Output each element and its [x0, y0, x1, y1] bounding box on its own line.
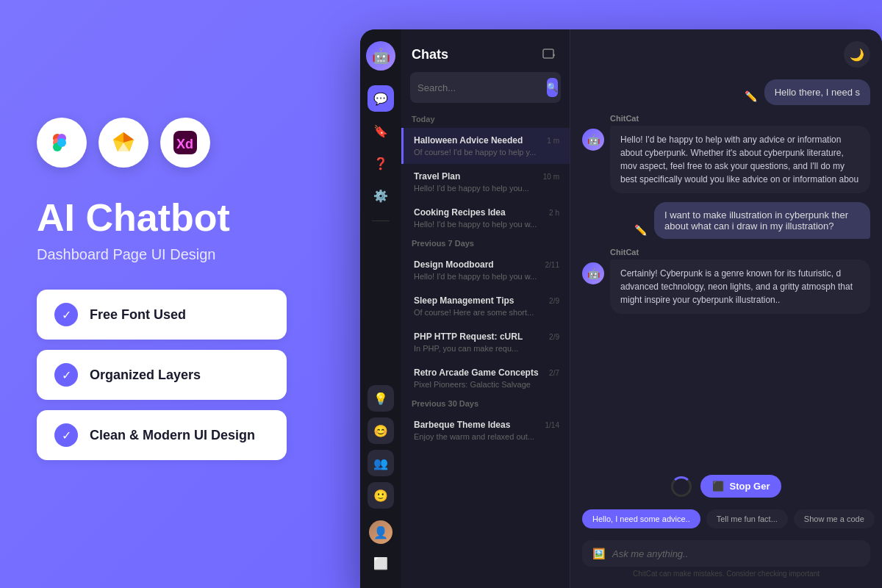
bot-name-1: ChitCat — [610, 114, 870, 123]
bot-avatar-1: 🤖 — [582, 129, 604, 151]
disclaimer-text: ChitCat can make mistakes. Consider chec… — [582, 567, 870, 584]
chat-preview-sleep: Of course! Here are some short... — [414, 308, 559, 317]
edit-icon-2[interactable]: ✏️ — [634, 224, 647, 239]
sketch-icon — [98, 118, 148, 168]
chat-name-halloween: Halloween Advice Needed — [414, 135, 523, 146]
chat-name-cooking: Cooking Recipes Idea — [414, 207, 506, 218]
bot-message-row-1: 🤖 ChitCat Hello! I'd be happy to help wi… — [582, 114, 870, 193]
chat-time-travel: 10 m — [543, 173, 559, 181]
bot-name-2: ChitCat — [610, 248, 870, 257]
stop-gen-button[interactable]: ⬛ Stop Ger — [700, 475, 782, 498]
xd-icon: Xd — [160, 118, 210, 168]
chat-name-sleep: Sleep Management Tips — [414, 295, 514, 306]
chat-item-cooking[interactable]: Cooking Recipes Idea 2 h Hello! I'd be h… — [401, 200, 570, 236]
prev30-label: Previous 30 Days — [401, 396, 570, 412]
chat-name-travel: Travel Plan — [414, 171, 460, 182]
sidebar-group-icon[interactable]: 👥 — [368, 450, 394, 476]
chat-preview-retro: Pixel Pioneers: Galactic Salvage — [414, 380, 559, 389]
chat-item-retro[interactable]: Retro Arcade Game Concepts 2/7 Pixel Pio… — [401, 360, 570, 396]
feature-label-2: Organized Layers — [90, 368, 201, 383]
check-icon-3: ✓ — [54, 423, 78, 447]
quick-actions: Hello, I need some advice.. Tell me fun … — [570, 503, 882, 534]
figma-icon — [37, 118, 87, 168]
bot-avatar-2: 🤖 — [582, 262, 604, 284]
sub-title: Dashboard Page UI Design — [37, 246, 215, 263]
chat-name-retro: Retro Arcade Game Concepts — [414, 368, 539, 378]
chat-preview-cooking: Hello! I'd be happy to help you w... — [414, 220, 559, 229]
svg-text:Xd: Xd — [176, 137, 193, 151]
chat-preview-bbq: Enjoy the warm and relaxed out... — [414, 432, 559, 441]
sidebar-emoji-icon[interactable]: 🙂 — [368, 482, 394, 509]
feature-label-3: Clean & Modern UI Design — [90, 428, 255, 443]
chat-name-design: Design Moodboard — [414, 259, 494, 270]
sidebar-help-icon[interactable]: ❓ — [368, 150, 394, 176]
chat-item-halloween[interactable]: Halloween Advice Needed 1 m Of course! I… — [401, 128, 570, 164]
sidebar-icons: 🤖 💬 🔖 ❓ ⚙️ 💡 😊 👥 🙂 👤 ⬜ — [360, 29, 401, 588]
sidebar-face-icon[interactable]: 😊 — [368, 417, 394, 444]
search-button[interactable]: 🔍 — [547, 78, 558, 97]
today-label: Today — [401, 112, 570, 128]
chat-preview-travel: Hello! I'd be happy to help you... — [414, 184, 559, 193]
main-container: Xd AI Chatbot Dashboard Page UI Design ✓… — [0, 0, 882, 588]
app-mockup: 🤖 💬 🔖 ❓ ⚙️ 💡 😊 👥 🙂 👤 ⬜ — [338, 0, 882, 588]
svg-rect-13 — [543, 49, 553, 58]
chat-time-halloween: 1 m — [547, 137, 559, 145]
main-title: AI Chatbot — [37, 197, 230, 239]
chat-input-box[interactable]: 🖼️ Ask me anything.. — [582, 540, 870, 567]
sidebar-bulb-icon[interactable]: 💡 — [368, 385, 394, 412]
app-window: 🤖 💬 🔖 ❓ ⚙️ 💡 😊 👥 🙂 👤 ⬜ — [360, 29, 882, 588]
chat-time-retro: 2/7 — [549, 369, 559, 377]
feature-badge-1: ✓ Free Font Used — [37, 290, 287, 340]
user-message-2: I want to make illustration in cyberpunk… — [654, 202, 870, 239]
user-message-1: Hello there, I need s — [764, 79, 870, 105]
sidebar-divider — [372, 220, 390, 221]
chat-top-bar: 🌙 — [570, 29, 882, 68]
prev7-label: Previous 7 Days — [401, 236, 570, 252]
search-input[interactable] — [417, 82, 541, 93]
quick-action-advice[interactable]: Hello, I need some advice.. — [582, 509, 700, 528]
svg-point-4 — [57, 138, 66, 147]
chat-list-scroll[interactable]: Today Halloween Advice Needed 1 m Of cou… — [401, 112, 570, 588]
chat-item-travel[interactable]: Travel Plan 10 m Hello! I'd be happy to … — [401, 164, 570, 200]
chat-list-header: Chats — [401, 29, 570, 72]
chat-name-bbq: Barbeque Theme Ideas — [414, 420, 510, 430]
quick-action-code[interactable]: Show me a code — [794, 509, 875, 528]
user-message-row-2: ✏️ I want to make illustration in cyberp… — [582, 202, 870, 239]
stop-gen-label: Stop Ger — [730, 481, 770, 492]
chat-item-sleep[interactable]: Sleep Management Tips 2/9 Of course! Her… — [401, 288, 570, 324]
chat-input-area: 🖼️ Ask me anything.. ChitCat can make mi… — [570, 534, 882, 588]
bot-logo: 🤖 — [366, 41, 395, 71]
chat-item-design[interactable]: Design Moodboard 2/11 Hello! I'd be happ… — [401, 252, 570, 288]
edit-icon-1[interactable]: ✏️ — [745, 90, 757, 105]
bot-message-row-2: 🤖 ChitCat Certainly! Cyberpunk is a genr… — [582, 248, 870, 314]
feature-badge-2: ✓ Organized Layers — [37, 350, 287, 400]
chat-list-panel: Chats 🔍 Today — [401, 29, 570, 588]
sidebar-bottom: 💡 😊 👥 🙂 👤 ⬜ — [368, 385, 394, 588]
quick-action-fact[interactable]: Tell me fun fact... — [706, 509, 788, 528]
chat-name-php: PHP HTTP Request: cURL — [414, 331, 523, 342]
chat-list-title: Chats — [412, 47, 448, 62]
new-chat-button[interactable] — [539, 44, 559, 65]
chat-preview-design: Hello! I'd be happy to help you w... — [414, 272, 559, 281]
sidebar-user-avatar[interactable]: 👤 — [369, 520, 392, 544]
stop-gen-row: ⬛ Stop Ger — [570, 469, 882, 503]
sidebar-settings-icon[interactable]: ⚙️ — [368, 182, 394, 209]
bot-message-content-1: ChitCat Hello! I'd be happy to help with… — [610, 114, 870, 193]
chat-messages: ✏️ Hello there, I need s 🤖 ChitCat Hello… — [570, 68, 882, 469]
attachment-icon[interactable]: 🖼️ — [592, 548, 605, 559]
sidebar-chat-icon[interactable]: 💬 — [368, 85, 394, 112]
chat-input-placeholder: Ask me anything.. — [612, 548, 860, 559]
bot-message-2: Certainly! Cyberpunk is a genre known fo… — [610, 259, 870, 314]
chat-time-php: 2/9 — [549, 333, 559, 341]
chat-preview-php: In PHP, you can make requ... — [414, 344, 559, 353]
sidebar-bookmark-icon[interactable]: 🔖 — [368, 118, 394, 144]
chat-main: 🌙 ✏️ Hello there, I need s 🤖 ChitCat Hel… — [570, 29, 882, 588]
sidebar-panel-icon[interactable]: ⬜ — [368, 550, 394, 576]
stop-icon: ⬛ — [712, 481, 724, 492]
chat-time-sleep: 2/9 — [549, 297, 559, 305]
dark-mode-button[interactable]: 🌙 — [844, 41, 870, 68]
chat-item-php[interactable]: PHP HTTP Request: cURL 2/9 In PHP, you c… — [401, 324, 570, 360]
chat-preview-halloween: Of course! I'd be happy to help y... — [414, 148, 559, 157]
chat-item-bbq[interactable]: Barbeque Theme Ideas 1/14 Enjoy the warm… — [401, 412, 570, 448]
chat-time-bbq: 1/14 — [545, 421, 559, 429]
